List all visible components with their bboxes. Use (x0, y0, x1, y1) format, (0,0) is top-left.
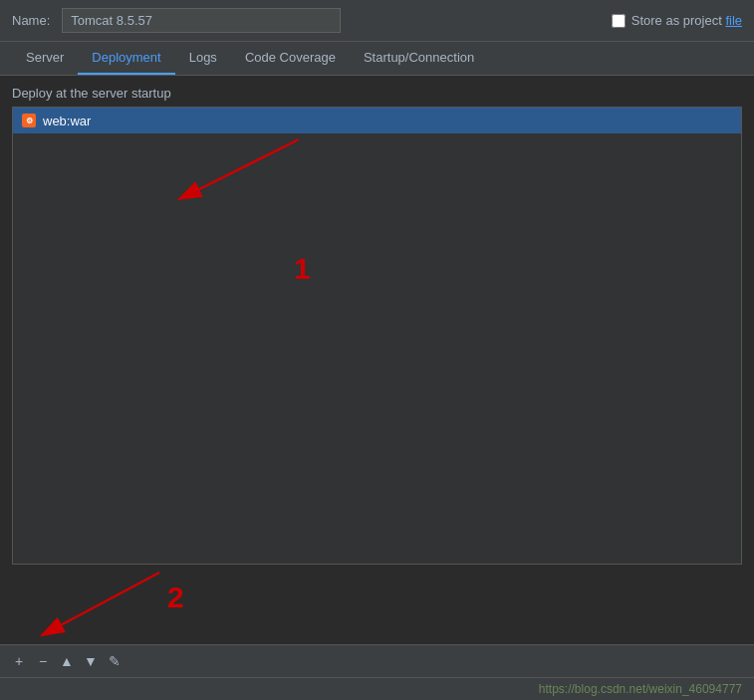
tabs-bar: Server Deployment Logs Code Coverage Sta… (0, 42, 754, 76)
add-button[interactable]: + (8, 650, 30, 672)
move-down-button[interactable]: ▼ (80, 650, 102, 672)
main-content-area: Deploy at the server startup ⚙ web:war +… (0, 76, 754, 700)
deploy-item-label: web:war (43, 114, 91, 128)
bottom-bar: https://blog.csdn.net/weixin_46094777 (0, 677, 754, 700)
tab-startup-connection[interactable]: Startup/Connection (350, 42, 488, 75)
deploy-list[interactable]: ⚙ web:war (12, 107, 742, 565)
tab-server[interactable]: Server (12, 42, 78, 75)
tab-logs[interactable]: Logs (175, 42, 231, 75)
store-project-file-link[interactable]: file (725, 13, 742, 28)
tab-code-coverage[interactable]: Code Coverage (231, 42, 350, 75)
deployment-panel: Deploy at the server startup ⚙ web:war (0, 76, 754, 644)
bottom-url: https://blog.csdn.net/weixin_46094777 (539, 682, 742, 696)
edit-button[interactable]: ✎ (104, 650, 126, 672)
move-up-button[interactable]: ▲ (56, 650, 78, 672)
remove-button[interactable]: − (32, 650, 54, 672)
store-project-checkbox[interactable] (612, 14, 626, 28)
store-project-label: Store as project file (631, 13, 742, 28)
deploy-item-web-war[interactable]: ⚙ web:war (13, 108, 741, 133)
name-label: Name: (12, 13, 50, 28)
toolbar: + − ▲ ▼ ✎ (0, 644, 754, 677)
tomcat-icon: ⚙ (21, 113, 37, 128)
tab-deployment[interactable]: Deployment (78, 42, 174, 75)
store-project-area: Store as project file (612, 13, 742, 28)
title-bar: Name: Store as project file (0, 0, 754, 42)
section-label: Deploy at the server startup (12, 86, 742, 101)
name-input[interactable] (62, 8, 341, 33)
tomcat-logo: ⚙ (22, 114, 36, 127)
